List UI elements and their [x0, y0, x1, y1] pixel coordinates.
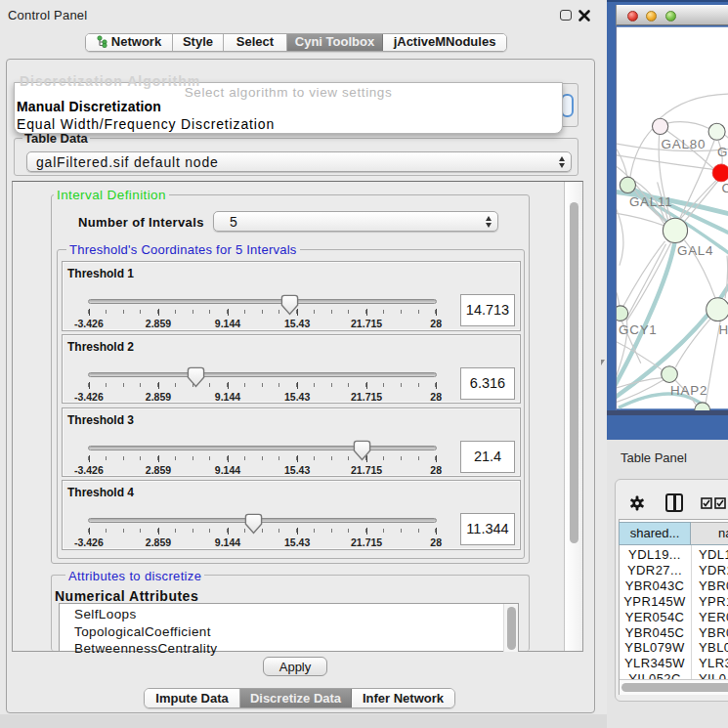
- svg-text:HAP2: HAP2: [670, 383, 707, 398]
- svg-text:H: H: [719, 322, 728, 337]
- svg-text:GCY1: GCY1: [619, 322, 658, 337]
- svg-text:GAL11: GAL11: [629, 194, 673, 209]
- svg-text:GAL80: GAL80: [662, 137, 707, 151]
- svg-text:GA: GA: [717, 145, 728, 159]
- svg-text:C: C: [722, 181, 728, 195]
- svg-text:GAL4: GAL4: [677, 243, 713, 258]
